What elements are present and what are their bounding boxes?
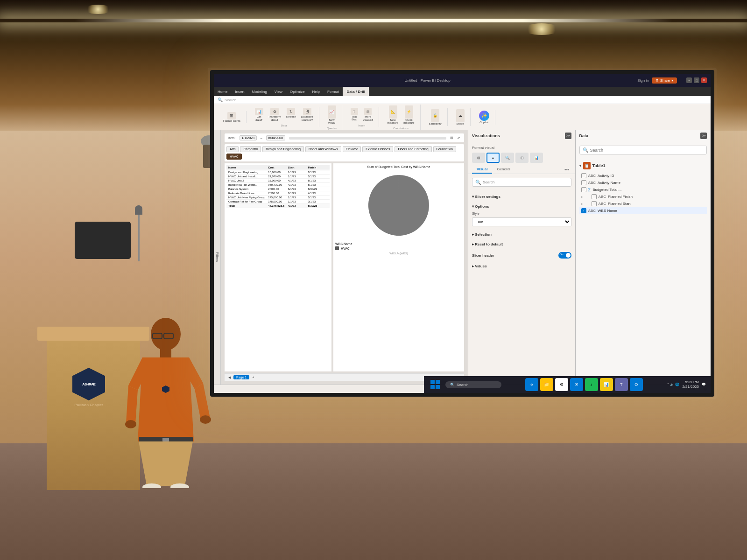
maximize-button[interactable]: □ [694, 77, 699, 83]
ribbon-btn-transform[interactable]: ⚙ Transform data▾ [267, 107, 283, 122]
slicer-chip-arts[interactable]: Arts [226, 146, 239, 152]
data-panel: Data ≫ 🔍 ▾ 📋 [576, 130, 711, 385]
field-wbs-name[interactable]: ✓ ABC WBS Name [579, 207, 707, 214]
field-checkbox-activity-id[interactable] [581, 173, 586, 178]
tab-modeling[interactable]: Modeling [248, 87, 270, 96]
main-area: Filters Item: 1/1/2023 – 6/30/2000 ⊞ ⇗ [214, 130, 711, 385]
slicer-header-toggle[interactable]: On [558, 252, 571, 259]
tab-help[interactable]: Help [309, 87, 324, 96]
close-button[interactable]: ✕ [701, 77, 707, 83]
ribbon-btn-refresh[interactable]: ↻ Refresh [284, 107, 298, 122]
ribbon-btn-datasources[interactable]: 🗄 Dataisore sources▾ [299, 107, 315, 122]
ribbon-btn-sensitivity[interactable]: 🔒 Sensitivity [427, 108, 444, 126]
table1-header[interactable]: ▾ 📋 Table1 [579, 162, 707, 169]
microphone-stand [138, 205, 140, 261]
data-search-input[interactable] [590, 148, 704, 153]
table-row: Balance System2,500.006/1/236/30/23 [226, 187, 330, 191]
taskbar-explorer[interactable]: 📁 [540, 378, 553, 391]
field-activity-name[interactable]: ABC Activity Name [579, 179, 707, 186]
viz-expand-btn[interactable]: ≫ [565, 133, 571, 139]
start-button[interactable] [429, 378, 442, 391]
share-icon: ⬆ [655, 78, 659, 83]
data-expand-btn[interactable]: ≫ [700, 133, 707, 139]
tray-icons: ⌃ 🔈 🌐 [667, 383, 680, 386]
signin-label[interactable]: Sign in [637, 78, 648, 83]
ribbon-btn-morevisuals[interactable]: ⊞ More visuals▾ [361, 107, 375, 122]
ribbon-search-label[interactable]: Search [225, 98, 236, 102]
taskbar-teams[interactable]: T [615, 378, 628, 391]
tab-data-drill[interactable]: Data / Drill [343, 87, 369, 96]
viz-search-icon[interactable]: 🔍 [501, 153, 514, 163]
tab-insert[interactable]: Insert [231, 87, 248, 96]
field-checkbox-budgeted-total[interactable] [581, 187, 586, 192]
slicer-chip-floors[interactable]: Floors and Carpeting [395, 146, 431, 152]
ribbon-group-insert: T Text Box ⊞ More visuals▾ Insert [345, 107, 379, 127]
viz-search-input[interactable] [483, 180, 568, 184]
tab-format[interactable]: Format [324, 87, 343, 96]
taskbar-tray: ⌃ 🔈 🌐 5:39 PM 2/21/2025 💬 [667, 380, 706, 390]
slicer-chip-foundation[interactable]: Foundation [433, 146, 456, 152]
slicer-chip-exterior[interactable]: Exterior Finishes [362, 146, 393, 152]
share-button[interactable]: ⬆ Share ▾ [652, 77, 677, 84]
taskbar-spotify[interactable]: ♪ [585, 378, 598, 391]
page-indicator[interactable]: Page 1 [233, 375, 249, 379]
window-controls: − □ ✕ [686, 77, 707, 83]
slicer-chip-hvac[interactable]: HVAC [226, 154, 242, 160]
field-planned-start[interactable]: ▸ ABC Planned Start [579, 200, 707, 207]
tab-general[interactable]: General [492, 166, 514, 174]
ribbon-btn-quickmeasure[interactable]: ⚡ Quick measure [402, 105, 416, 125]
values-section: ▸ Values [472, 263, 571, 270]
taskbar-chrome[interactable]: ⚙ [555, 378, 568, 391]
data-search-box[interactable]: 🔍 [579, 146, 707, 154]
taskbar-search-box[interactable]: 🔍 Search [445, 381, 501, 388]
expand-filter-icon[interactable]: ⇗ [457, 136, 460, 140]
svg-point-11 [200, 415, 211, 424]
field-budgeted-total[interactable]: Σ Budgeted Total ... [579, 186, 707, 193]
tab-optimize[interactable]: Optimize [286, 87, 309, 96]
field-activity-id[interactable]: ABC Activity ID [579, 172, 707, 179]
ribbon-btn-textbox[interactable]: T Text Box [349, 107, 360, 122]
field-planned-finish[interactable]: ▸ ABC Planned Finish [579, 193, 707, 200]
filter-icon[interactable]: ⊞ [450, 136, 453, 140]
values-header[interactable]: ▸ Values [472, 263, 571, 270]
more-options-btn[interactable]: ••• [563, 166, 571, 174]
viz-table-icon[interactable]: ⊞ [472, 153, 485, 163]
taskbar-edge[interactable]: e [525, 378, 538, 391]
field-checkbox-wbs-name[interactable]: ✓ [581, 208, 586, 213]
notification-icon[interactable]: 💬 [702, 383, 706, 386]
add-page-btn[interactable]: + [252, 376, 254, 379]
ribbon-btn-publish[interactable]: ☁ Share [454, 108, 466, 126]
slicer-chip-carpentry[interactable]: Carpentry [240, 146, 261, 152]
tab-visual[interactable]: Visual [472, 166, 492, 174]
svg-rect-7 [162, 438, 169, 441]
ribbon-btn-copilot[interactable]: ✨ Copilot [477, 110, 491, 125]
field-checkbox-planned-finish[interactable] [592, 194, 597, 199]
taskbar-powerbi[interactable]: 📊 [600, 378, 613, 391]
ribbon-btn-getdata[interactable]: 📊 Get data▾ [253, 107, 265, 122]
slicer-chip-doors[interactable]: Doors and Windows [305, 146, 341, 152]
selection-header[interactable]: ▸ Selection [472, 231, 571, 238]
viz-slicer-icon[interactable]: ≡ [486, 153, 500, 163]
viz-search-box[interactable]: 🔍 [472, 178, 571, 187]
slicer-settings-header[interactable]: ▾ Slicer settings [472, 193, 571, 200]
tab-view[interactable]: View [271, 87, 286, 96]
slicer-chip-design[interactable]: Design and Engineering [262, 146, 304, 152]
field-checkbox-planned-start[interactable] [592, 201, 597, 206]
toggle-on-label: On [560, 253, 564, 256]
reset-header[interactable]: ▸ Reset to default [472, 241, 571, 248]
tab-home[interactable]: Home [214, 87, 231, 96]
slicer-chip-elevator[interactable]: Elevator [343, 146, 361, 152]
ribbon-btn-formatpoints[interactable]: ⊞ Format points [221, 111, 242, 123]
ribbon-btn-newmeasure[interactable]: 📐 New measure [386, 105, 400, 125]
taskbar-outlook[interactable]: O [630, 378, 643, 391]
minimize-button[interactable]: − [686, 77, 692, 83]
field-checkbox-activity-name[interactable] [581, 180, 586, 185]
taskbar-mail[interactable]: ✉ [570, 378, 583, 391]
slicer-settings-panel: ▾ Slicer settings ▾ Options Style Tile [468, 193, 575, 385]
options-header[interactable]: ▾ Options [472, 203, 571, 210]
filters-panel[interactable]: Filters [214, 130, 221, 385]
ribbon-btn-newvisual[interactable]: 📈 New visual [326, 105, 338, 125]
viz-matrix-icon[interactable]: ⊟ [515, 153, 529, 163]
style-select[interactable]: Tile List Dropdown [472, 217, 571, 226]
viz-bar-icon[interactable]: 📊 [530, 153, 543, 163]
